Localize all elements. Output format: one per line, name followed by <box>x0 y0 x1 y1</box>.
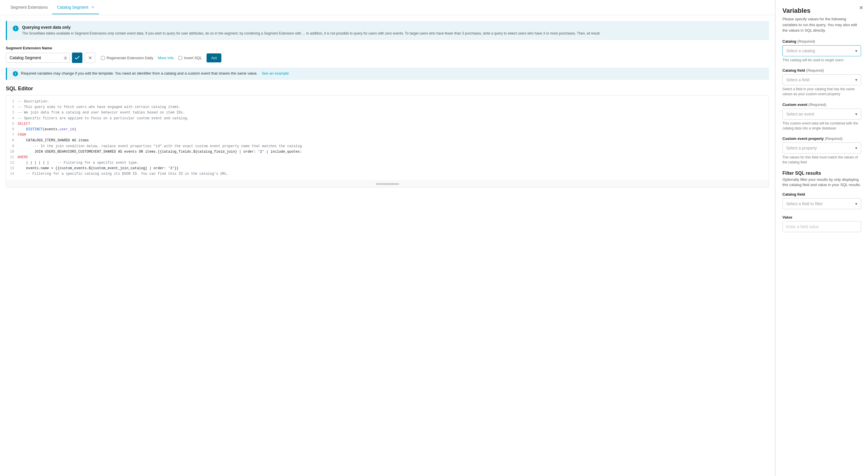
info-banner-text: The Snowflake tables available in Segmen… <box>22 31 600 36</box>
req-banner: i Required variables may change if you e… <box>6 68 769 80</box>
sql-editor-section: SQL Editor 1 -- Description: 2 -- This q… <box>0 80 775 193</box>
filter-field-label: Catalog field <box>782 192 861 197</box>
main-area: Segment Extensions Catalog Segment ✕ i Q… <box>0 0 775 476</box>
info-icon: i <box>13 26 19 31</box>
close-panel-icon[interactable]: ✕ <box>859 5 863 11</box>
info-banner: i Querying event data only The Snowflake… <box>6 21 769 40</box>
panel-subtitle: Please specify values for the following … <box>782 16 861 33</box>
filter-value-group: Value <box>782 215 861 232</box>
sql-line: 14 -- Filtering for a specific catalog u… <box>6 171 769 177</box>
catalog-field2-placeholder: Select a field <box>786 78 809 82</box>
sql-editor-title: SQL Editor <box>6 86 769 92</box>
tab-bar: Segment Extensions Catalog Segment ✕ <box>0 0 775 15</box>
right-panel: ✕ Variables Please specify values for th… <box>775 0 868 476</box>
tab-catalog-segment[interactable]: Catalog Segment ✕ <box>52 1 99 14</box>
custom-event-group: Custom event (Required) Select an event … <box>782 102 861 131</box>
sql-line: 5 SELECT <box>6 121 769 127</box>
act-button[interactable]: Act <box>207 53 221 62</box>
invert-sql-checkbox[interactable] <box>178 56 182 60</box>
confirm-name-button[interactable] <box>72 53 83 63</box>
cancel-icon: ✕ <box>88 55 92 61</box>
custom-event-required-label: (Required) <box>809 102 826 107</box>
segment-name-input[interactable] <box>6 53 70 63</box>
sql-line: 13 events.name = {{custom_events.${custo… <box>6 166 769 171</box>
see-example-link[interactable]: See an example <box>262 71 289 76</box>
tab-label-segment-extensions: Segment Extensions <box>10 5 48 9</box>
custom-event-placeholder: Select an event <box>786 112 814 116</box>
name-section: Segment Extension Name ⊗ ✕ Regenerate Ex… <box>0 40 775 63</box>
catalog-field-label: Catalog (Required) <box>782 39 861 43</box>
catalog-field2-group: Catalog field (Required) Select a field … <box>782 68 861 97</box>
info-banner-body: Querying event data only The Snowflake t… <box>22 25 600 36</box>
name-input-wrapper: ⊗ <box>6 53 70 63</box>
sql-editor[interactable]: 1 -- Description: 2 -- This query aims t… <box>6 95 769 187</box>
custom-event-chevron-icon: ▾ <box>855 112 857 116</box>
custom-event-hint: This custom event data will be combined … <box>782 121 861 131</box>
catalog-field2-label: Catalog field (Required) <box>782 68 861 72</box>
tab-segment-extensions[interactable]: Segment Extensions <box>6 1 52 14</box>
name-section-label: Segment Extension Name <box>6 46 769 50</box>
catalog-field2-select[interactable]: Select a field ▾ <box>782 74 861 85</box>
catalog-placeholder: Select a catalog <box>786 49 815 53</box>
filter-value-label: Value <box>782 215 861 219</box>
sql-line: 2 -- This query aims to fetch users who … <box>6 105 769 110</box>
filter-field-placeholder: Select a field to filter <box>786 202 823 206</box>
clear-input-icon[interactable]: ⊗ <box>64 55 67 61</box>
catalog-hint: This catalog will be used to target user… <box>782 58 861 63</box>
sql-line: 6 DISTINCT(events.user_id) <box>6 127 769 132</box>
scrollbar-area <box>6 181 769 187</box>
tab-close-icon[interactable]: ✕ <box>91 5 94 9</box>
filter-section-title: Filter SQL results <box>782 171 861 176</box>
catalog-field2-hint: Select a field in your catalog that has … <box>782 87 861 97</box>
filter-field-chevron-icon: ▾ <box>855 202 857 206</box>
custom-event-property-label: Custom event property (Required) <box>782 137 861 141</box>
main-content: i Querying event data only The Snowflake… <box>0 15 775 476</box>
regenerate-checkbox-label[interactable]: Regenerate Extension Daily <box>101 56 153 60</box>
filter-value-input[interactable] <box>782 221 861 232</box>
sql-line: 11 WHERE <box>6 155 769 160</box>
custom-event-property-hint: The values for this field must match the… <box>782 155 861 165</box>
regenerate-checkbox[interactable] <box>101 56 105 60</box>
catalog-chevron-icon: ▾ <box>855 49 857 53</box>
req-info-icon: i <box>13 71 18 76</box>
custom-event-property-select[interactable]: Select a property ▾ <box>782 143 861 153</box>
name-input-row: ⊗ ✕ Regenerate Extension Daily More Info <box>6 53 769 63</box>
sql-line: 1 -- Description: <box>6 99 769 105</box>
filter-field-group: Catalog field Select a field to filter ▾ <box>782 192 861 209</box>
custom-event-property-placeholder: Select a property <box>786 146 817 150</box>
custom-event-label: Custom event (Required) <box>782 102 861 107</box>
sql-line: 9 -- In the join condition below, replac… <box>6 144 769 149</box>
sql-line: 7 FROM <box>6 132 769 138</box>
sql-line: 8 CATALOGS_ITEMS_SHARED AS items <box>6 138 769 143</box>
more-info-link[interactable]: More Info <box>158 56 174 60</box>
sql-line: 3 -- We join data from a catalog and use… <box>6 110 769 116</box>
catalog-field2-chevron-icon: ▾ <box>855 78 857 82</box>
tab-label-catalog-segment: Catalog Segment <box>57 5 88 9</box>
catalog-select[interactable]: Select a catalog ▾ <box>782 45 861 56</box>
panel-title: Variables <box>782 7 861 14</box>
scroll-thumb[interactable] <box>376 183 399 185</box>
custom-event-property-group: Custom event property (Required) Select … <box>782 137 861 165</box>
catalog-field2-required-label: (Required) <box>806 68 824 72</box>
sql-code: 1 -- Description: 2 -- This query aims t… <box>6 95 769 181</box>
custom-event-select[interactable]: Select an event ▾ <box>782 109 861 120</box>
custom-event-property-chevron-icon: ▾ <box>855 146 857 150</box>
info-banner-title: Querying event data only <box>22 25 600 30</box>
filter-section-divider: Filter SQL results Optionally filter you… <box>782 171 861 187</box>
req-banner-text: Required variables may change if you edi… <box>21 71 258 76</box>
options-row: Regenerate Extension Daily More Info Inv… <box>101 53 221 62</box>
catalog-required-label: (Required) <box>797 39 815 43</box>
invert-sql-checkbox-label[interactable]: Invert SQL <box>178 56 202 60</box>
sql-line: 12 | | | | | | -- Filtering for a specif… <box>6 160 769 166</box>
catalog-field-group: Catalog (Required) Select a catalog ▾ Th… <box>782 39 861 63</box>
filter-field-select[interactable]: Select a field to filter ▾ <box>782 198 861 209</box>
sql-line: 4 -- Specific filters are applied to foc… <box>6 116 769 121</box>
custom-event-property-required-label: (Required) <box>825 137 842 141</box>
sql-line: 10 JOIN USERS_BEHAVIORS_CUSTOMEVENT_SHAR… <box>6 149 769 155</box>
filter-section-subtitle: Optionally filter your results by only d… <box>782 177 861 187</box>
cancel-name-button[interactable]: ✕ <box>85 53 95 63</box>
